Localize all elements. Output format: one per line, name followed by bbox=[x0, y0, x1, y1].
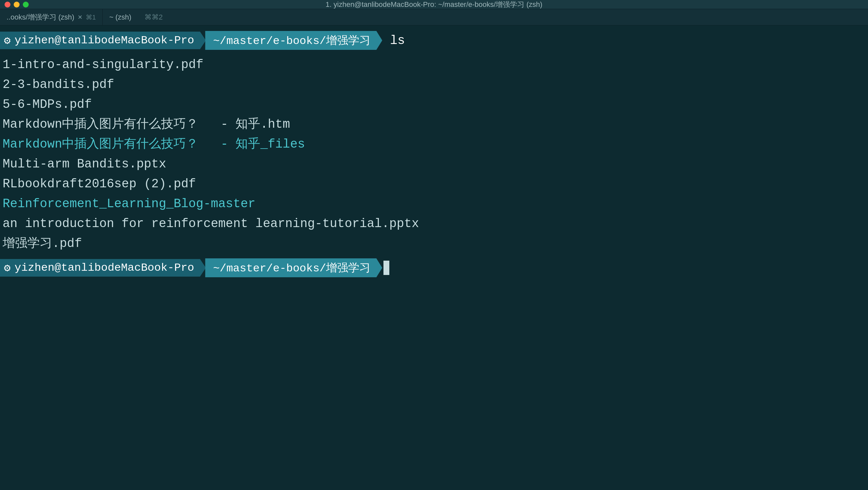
minimize-button[interactable] bbox=[14, 2, 20, 7]
prompt-command: ls bbox=[382, 34, 405, 47]
tab-3-shortcut-num: ⌘2 bbox=[152, 13, 163, 22]
prompt-line-2: ⚙ yizhen@tanlibodeMacBook-Pro ~/master/e… bbox=[0, 256, 868, 280]
tab-bar: ..ooks/增强学习 (zsh) ✕ ⌘1 ~ (zsh) ⌘ ⌘2 bbox=[0, 9, 868, 25]
file-item-3: Markdown中插入图片有什么技巧？ - 知乎.htm bbox=[0, 115, 868, 134]
prompt-path-text: ~/master/e-books/增强学习 bbox=[213, 33, 370, 48]
tab-1-close[interactable]: ✕ bbox=[78, 14, 83, 21]
prompt-path-2: ~/master/e-books/增强学习 bbox=[205, 258, 382, 277]
tab-1[interactable]: ..ooks/增强学习 (zsh) ✕ ⌘1 bbox=[0, 9, 102, 25]
file-item-9: 增强学习.pdf bbox=[0, 234, 868, 254]
terminal-cursor bbox=[383, 261, 389, 275]
file-item-7: Reinforcement_Learning_Blog-master bbox=[0, 194, 868, 214]
prompt-line-1: ⚙ yizhen@tanlibodeMacBook-Pro ~/master/e… bbox=[0, 29, 868, 52]
file-item-1: 2-3-bandits.pdf bbox=[0, 75, 868, 95]
tab-1-label: ..ooks/增强学习 (zsh) bbox=[6, 12, 74, 22]
prompt-username-2: yizhen@tanlibodeMacBook-Pro bbox=[14, 262, 194, 274]
tab-2[interactable]: ~ (zsh) bbox=[102, 9, 138, 25]
tab-2-label: ~ (zsh) bbox=[109, 13, 131, 22]
prompt-path-text-2: ~/master/e-books/增强学习 bbox=[213, 260, 370, 275]
window: 1. yizhen@tanlibodeMacBook-Pro: ~/master… bbox=[0, 0, 868, 283]
file-item-5: Multi-arm Bandits.pptx bbox=[0, 154, 868, 174]
window-title: 1. yizhen@tanlibodeMacBook-Pro: ~/master… bbox=[326, 0, 542, 9]
maximize-button[interactable] bbox=[23, 2, 29, 7]
close-button[interactable] bbox=[5, 2, 10, 7]
tab-3[interactable]: ⌘ ⌘2 bbox=[138, 9, 169, 25]
file-item-6: RLbookdraft2016sep (2).pdf bbox=[0, 174, 868, 194]
tab-1-shortcut: ⌘1 bbox=[86, 13, 96, 21]
terminal-body: ⚙ yizhen@tanlibodeMacBook-Pro ~/master/e… bbox=[0, 25, 868, 283]
file-item-2: 5-6-MDPs.pdf bbox=[0, 95, 868, 115]
file-item-8: an introduction for reinforcement learni… bbox=[0, 214, 868, 234]
traffic-lights bbox=[5, 2, 29, 7]
title-bar: 1. yizhen@tanlibodeMacBook-Pro: ~/master… bbox=[0, 0, 868, 9]
prompt-username: yizhen@tanlibodeMacBook-Pro bbox=[14, 34, 194, 46]
tab-3-shortcut: ⌘ bbox=[145, 13, 152, 22]
gear-icon-2: ⚙ bbox=[4, 261, 10, 275]
gear-icon: ⚙ bbox=[4, 34, 10, 47]
prompt-user: ⚙ yizhen@tanlibodeMacBook-Pro bbox=[0, 32, 206, 49]
prompt-user-2: ⚙ yizhen@tanlibodeMacBook-Pro bbox=[0, 259, 206, 276]
file-list: 1-intro-and-singularity.pdf 2-3-bandits.… bbox=[0, 52, 868, 256]
file-item-0: 1-intro-and-singularity.pdf bbox=[0, 55, 868, 75]
file-item-4: Markdown中插入图片有什么技巧？ - 知乎_files bbox=[0, 134, 868, 154]
prompt-path: ~/master/e-books/增强学习 bbox=[205, 31, 382, 50]
